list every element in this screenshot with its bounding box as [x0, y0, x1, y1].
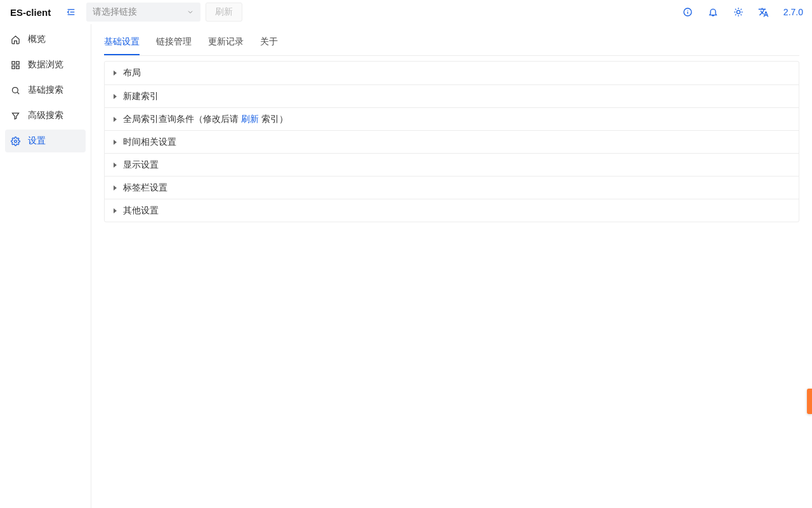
svg-rect-17 [11, 65, 14, 68]
panel-time-settings[interactable]: 时间相关设置 [105, 130, 799, 153]
svg-line-12 [740, 15, 741, 15]
panel-global-index-query[interactable]: 全局索引查询条件（修改后请 刷新 索引） [105, 107, 799, 130]
sidebar-item-advanced-search[interactable]: 高级搜索 [5, 104, 86, 127]
home-icon [10, 34, 20, 44]
svg-line-20 [17, 92, 19, 94]
panel-title: 标签栏设置 [123, 182, 167, 194]
sidebar-item-label: 设置 [28, 135, 46, 147]
tab-basic-settings[interactable]: 基础设置 [104, 36, 140, 55]
caret-right-icon [114, 185, 117, 190]
tab-link-management[interactable]: 链接管理 [156, 36, 192, 55]
search-icon [10, 85, 20, 95]
caret-right-icon [114, 163, 117, 168]
tab-about[interactable]: 关于 [260, 36, 278, 55]
svg-line-14 [740, 9, 741, 10]
panel-title: 显示设置 [123, 159, 159, 171]
gear-icon [10, 136, 20, 146]
sidebar-item-label: 数据浏览 [28, 59, 63, 70]
grid-icon [10, 60, 20, 70]
main-content: 基础设置 链接管理 更新记录 关于 布局 新建索引 全局索引查询条件（修改后请 … [91, 24, 812, 508]
caret-right-icon [114, 117, 117, 122]
sidebar-item-basic-search[interactable]: 基础搜索 [5, 79, 86, 102]
sidebar-item-label: 概览 [28, 34, 46, 45]
sidebar-toggle-icon[interactable] [62, 3, 80, 21]
panel-title: 布局 [123, 67, 141, 79]
settings-accordion: 布局 新建索引 全局索引查询条件（修改后请 刷新 索引） 时间相关设置 显示设置 [104, 61, 799, 222]
refresh-button-label: 刷新 [215, 6, 233, 18]
sidebar-item-label: 基础搜索 [28, 84, 63, 96]
caret-right-icon [114, 208, 117, 213]
caret-right-icon [114, 140, 117, 145]
panel-title-suffix: 索引） [259, 114, 288, 124]
panel-display-settings[interactable]: 显示设置 [105, 153, 799, 176]
topbar-right: 2.7.0 [682, 6, 803, 18]
panel-other-settings[interactable]: 其他设置 [105, 199, 799, 222]
info-icon[interactable] [682, 6, 693, 18]
sidebar-item-data-browse[interactable]: 数据浏览 [5, 53, 86, 76]
refresh-link[interactable]: 刷新 [241, 114, 259, 124]
topbar: ES-client 请选择链接 刷新 [0, 0, 812, 24]
panel-title: 其他设置 [123, 205, 159, 217]
svg-rect-16 [16, 61, 18, 64]
caret-right-icon [114, 94, 117, 99]
panel-title: 新建索引 [123, 91, 159, 102]
svg-point-6 [737, 10, 740, 13]
panel-title: 时间相关设置 [123, 137, 176, 148]
panel-title-prefix: 全局索引查询条件（修改后请 [123, 114, 241, 124]
svg-point-19 [12, 87, 18, 93]
brand-title: ES-client [10, 7, 51, 18]
chevron-down-icon [187, 8, 194, 16]
panel-layout[interactable]: 布局 [105, 62, 799, 84]
caret-right-icon [114, 70, 117, 76]
svg-line-11 [735, 9, 736, 10]
refresh-button[interactable]: 刷新 [206, 3, 242, 22]
theme-icon[interactable] [733, 6, 744, 18]
panel-title: 全局索引查询条件（修改后请 刷新 索引） [123, 114, 288, 125]
panel-new-index[interactable]: 新建索引 [105, 84, 799, 107]
settings-tabs: 基础设置 链接管理 更新记录 关于 [104, 30, 799, 56]
sidebar-item-label: 高级搜索 [28, 110, 63, 121]
svg-point-5 [687, 10, 688, 11]
svg-rect-15 [11, 61, 14, 64]
sidebar-item-overview[interactable]: 概览 [5, 28, 86, 51]
feedback-handle[interactable] [807, 389, 812, 414]
svg-line-13 [735, 15, 736, 15]
tab-changelog[interactable]: 更新记录 [208, 36, 244, 55]
version-label[interactable]: 2.7.0 [783, 7, 803, 17]
bell-icon[interactable] [707, 6, 719, 18]
svg-point-21 [14, 140, 16, 142]
filter-icon [10, 110, 20, 121]
connection-select-placeholder: 请选择链接 [93, 6, 137, 18]
svg-rect-18 [16, 65, 18, 68]
sidebar-item-settings[interactable]: 设置 [5, 130, 86, 152]
connection-select[interactable]: 请选择链接 [86, 3, 200, 22]
language-icon[interactable] [758, 6, 769, 18]
panel-tabbar-settings[interactable]: 标签栏设置 [105, 176, 799, 199]
sidebar: 概览 数据浏览 基础搜索 [0, 24, 91, 508]
layout: 概览 数据浏览 基础搜索 [0, 24, 812, 508]
